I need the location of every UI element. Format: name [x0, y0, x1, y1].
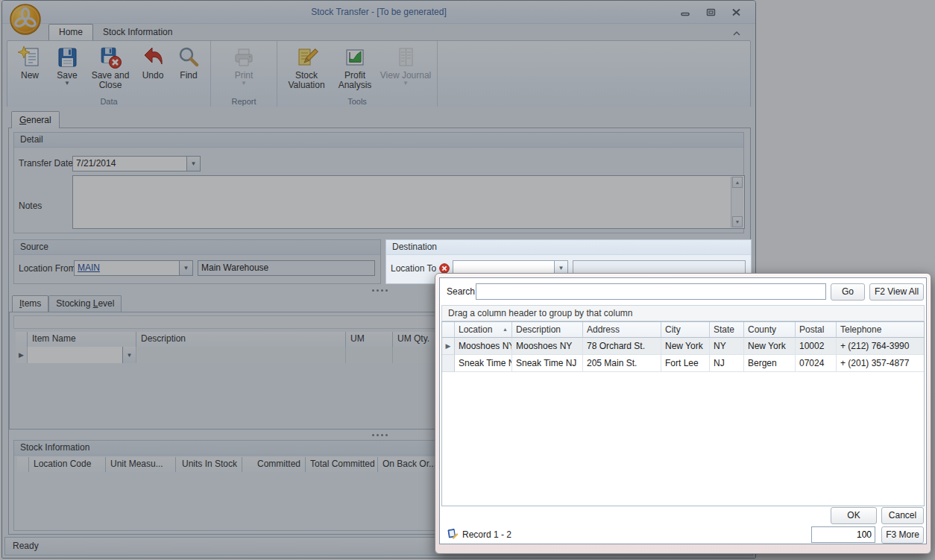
group-by-panel[interactable]: Drag a column header to group by that co…: [441, 305, 925, 321]
row-indicator-icon: ▶: [442, 338, 455, 355]
more-button[interactable]: F3 More: [881, 526, 924, 544]
row-indicator-header: [442, 322, 455, 338]
column-header-telephone[interactable]: Telephone: [837, 322, 924, 338]
column-header-postal[interactable]: Postal: [796, 322, 837, 338]
go-button[interactable]: Go: [831, 283, 865, 301]
column-header-location[interactable]: Location▲: [455, 322, 512, 338]
validation-error-icon: [439, 263, 450, 274]
search-input[interactable]: [476, 283, 826, 300]
lookup-dialog-content: Search Go F2 View All Drag a column head…: [439, 277, 927, 544]
locations-grid: Location▲ Description Address City State…: [441, 321, 925, 506]
locations-grid-header: Location▲ Description Address City State…: [442, 322, 924, 338]
search-label: Search: [447, 284, 475, 300]
record-count: Record 1 - 2: [462, 529, 511, 540]
page-size-input[interactable]: [811, 526, 875, 543]
desktop: Stock Transfer - [To be generated]: [0, 0, 935, 560]
grid-row-sneak-time[interactable]: Sneak Time NJ Sneak Time NJ 205 Main St.…: [442, 355, 924, 372]
cancel-button[interactable]: Cancel: [881, 507, 924, 524]
sort-ascending-icon: ▲: [503, 322, 508, 337]
location-lookup-dialog: Search Go F2 View All Drag a column head…: [435, 273, 931, 554]
destination-header: Destination: [386, 240, 751, 255]
column-header-state[interactable]: State: [710, 322, 744, 338]
column-header-county[interactable]: County: [744, 322, 796, 338]
record-book-icon: [446, 527, 459, 542]
ok-button[interactable]: OK: [831, 507, 877, 524]
column-header-city[interactable]: City: [661, 322, 710, 338]
column-header-description[interactable]: Description: [512, 322, 583, 338]
view-all-button[interactable]: F2 View All: [869, 283, 924, 301]
grid-row-mooshoes[interactable]: ▶ Mooshoes NY Mooshoes NY 78 Orchard St.…: [442, 338, 924, 355]
column-header-address[interactable]: Address: [583, 322, 661, 338]
location-to-label: Location To: [391, 261, 436, 277]
